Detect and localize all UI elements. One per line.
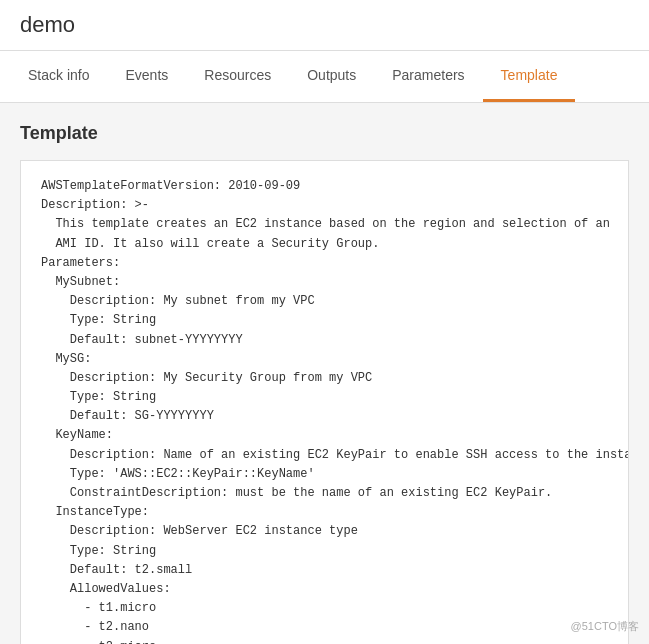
watermark: @51CTO博客 bbox=[571, 619, 639, 634]
page-header: demo bbox=[0, 0, 649, 51]
tab-parameters[interactable]: Parameters bbox=[374, 51, 482, 102]
tabs-bar: Stack info Events Resources Outputs Para… bbox=[0, 51, 649, 103]
page-title: demo bbox=[20, 12, 629, 38]
tab-stack-info[interactable]: Stack info bbox=[10, 51, 107, 102]
tab-template[interactable]: Template bbox=[483, 51, 576, 102]
tab-resources[interactable]: Resources bbox=[186, 51, 289, 102]
section-title: Template bbox=[20, 123, 629, 144]
content-area: Template AWSTemplateFormatVersion: 2010-… bbox=[0, 103, 649, 644]
tab-events[interactable]: Events bbox=[107, 51, 186, 102]
tab-outputs[interactable]: Outputs bbox=[289, 51, 374, 102]
template-content[interactable]: AWSTemplateFormatVersion: 2010-09-09 Des… bbox=[20, 160, 629, 644]
